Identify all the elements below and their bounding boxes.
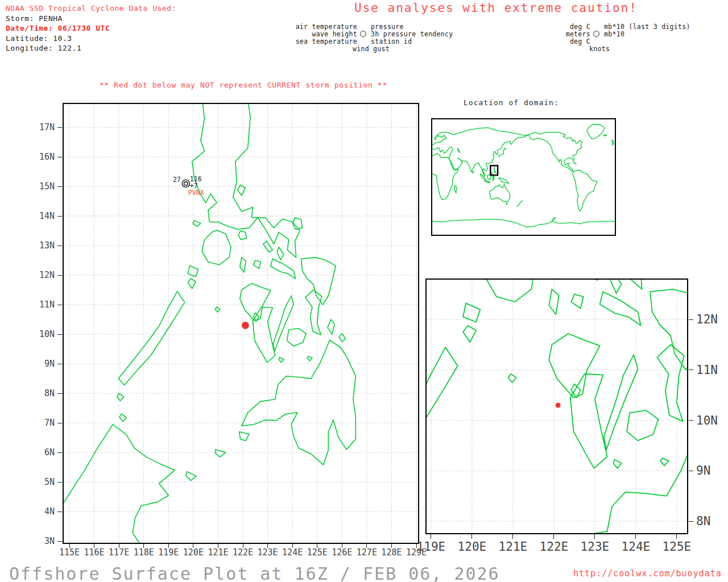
lon-tick-label: 123E (576, 540, 614, 554)
lat-tick (57, 512, 62, 512)
main-map-canvas: 27116+7PVNX (64, 104, 418, 543)
station-plot: 27116+7PVNX (173, 175, 204, 197)
lat-tick-label: 9N (23, 359, 55, 369)
lon-tick-label: 124E (617, 540, 655, 554)
main-map: 27116+7PVNX (63, 103, 419, 544)
lat-tick (57, 452, 62, 453)
lat-tick-label: 8N (23, 388, 55, 398)
lat-tick (57, 364, 62, 364)
coastlines (64, 104, 355, 543)
lat-tick-label: 12N (696, 313, 728, 326)
offshore-surface-plot-page: NOAA SSD Tropical Cyclone Data Used: Sto… (0, 0, 728, 582)
lon-tick (431, 534, 431, 539)
world-coastlines (432, 124, 615, 227)
unit-tendency: mb*10 (602, 31, 624, 38)
lat-tick (689, 471, 693, 471)
lon-tick (471, 534, 472, 539)
plot-title: Offshore Surface Plot at 16Z / FEB 06, 2… (9, 564, 500, 582)
lon-tick-label: 124E (279, 547, 306, 558)
storm-datetime: Date/Time: 06/1730 UTC (6, 23, 176, 34)
lat-tick (57, 186, 62, 187)
lon-tick-label: 120E (453, 540, 491, 554)
gridlines (64, 104, 418, 543)
storm-position-dot (556, 402, 561, 408)
station-model-legend: air temperaturepressure wave height3h pr… (293, 23, 453, 53)
lat-tick (57, 305, 62, 305)
lat-tick (57, 246, 62, 246)
lon-tick-label: 125E (304, 547, 331, 558)
lon-tick-label: 119E (412, 540, 450, 554)
lat-tick (689, 420, 693, 421)
lon-tick-label: 121E (494, 540, 532, 554)
lat-tick (57, 334, 62, 335)
unit-wind-gust: knots (589, 45, 610, 53)
unit-sea-temp: deg C (545, 38, 590, 45)
lat-tick-label: 14N (23, 211, 55, 221)
tc-data-title: NOAA SSD Tropical Cyclone Data Used: (6, 3, 176, 14)
lon-tick (635, 534, 636, 539)
lat-tick-label: 7N (23, 418, 55, 428)
lon-tick-label: 122E (535, 540, 573, 554)
zoom-map-canvas (427, 280, 687, 533)
lat-tick-label: 6N (23, 447, 55, 458)
lon-tick-label: 123E (254, 547, 282, 558)
lat-tick-label: 17N (23, 122, 55, 132)
legend-sea-temp: sea temperature (293, 38, 357, 45)
lon-tick-label: 115E (56, 547, 83, 558)
lat-tick-label: 16N (23, 152, 55, 162)
lat-tick-label: 4N (23, 506, 55, 517)
storm-position-dot (242, 322, 249, 329)
lat-tick-label: 10N (696, 414, 728, 427)
station-circle-icon (360, 31, 366, 37)
lat-tick-label: 5N (23, 477, 55, 487)
lat-tick-label: 3N (23, 536, 55, 546)
lon-tick (553, 534, 554, 539)
lat-tick (57, 482, 62, 483)
caution-banner: Use analyses with extreme caution! (354, 1, 638, 15)
lon-tick-label: 127E (353, 547, 380, 558)
units-legend: deg Cmb*10 (last 3 digits) metersmb*10 d… (545, 23, 690, 53)
lat-tick (689, 319, 693, 320)
lon-tick (512, 534, 513, 539)
lat-tick (689, 369, 693, 370)
lat-tick (689, 521, 693, 522)
storm-position-warning: ** Red dot below may NOT represent CURRE… (100, 81, 387, 89)
storm-longitude: Longitude: 122.1 (6, 43, 176, 53)
station-circle-icon (593, 31, 599, 37)
lat-tick-label: 11N (696, 363, 728, 377)
lat-tick-label: 10N (23, 329, 55, 339)
lat-tick (57, 393, 62, 394)
lon-tick-label: 119E (155, 547, 182, 558)
lat-tick (57, 275, 62, 276)
lon-tick-label: 126E (328, 547, 355, 558)
lat-tick-label: 11N (23, 300, 55, 310)
lat-tick (57, 157, 62, 157)
lat-tick (57, 423, 62, 423)
storm-latitude: Latitude: 10.3 (6, 34, 176, 44)
lat-tick-label: 8N (696, 514, 728, 528)
inset-title: Location of domain: (464, 98, 559, 107)
world-inset-map (431, 118, 616, 236)
lon-tick-label: 116E (81, 547, 108, 558)
lat-tick-label: 15N (23, 181, 55, 192)
lon-tick-label: 125E (657, 540, 696, 554)
lon-tick-label: 121E (204, 547, 231, 558)
lat-tick-label: 12N (23, 270, 55, 280)
lon-tick-label: 118E (130, 547, 158, 558)
station-id: PVNX (188, 189, 204, 197)
lon-tick (676, 534, 677, 539)
source-url: http://coolwx.com/buoydata (573, 568, 722, 579)
lon-tick-label: 128E (378, 547, 405, 558)
legend-wind-gust: wind gust (353, 45, 390, 53)
storm-name: Storm: PENHA (6, 14, 176, 24)
lon-tick (594, 534, 595, 539)
lon-tick-label: 120E (180, 547, 207, 558)
lat-tick-label: 9N (696, 464, 728, 477)
zoom-map (425, 278, 688, 534)
lon-tick-label: 122E (229, 547, 257, 558)
lon-tick-label: 117E (105, 547, 133, 558)
lat-tick (57, 216, 62, 217)
world-map-canvas (432, 119, 615, 235)
lat-tick (57, 127, 62, 128)
lat-tick-label: 13N (23, 240, 55, 251)
